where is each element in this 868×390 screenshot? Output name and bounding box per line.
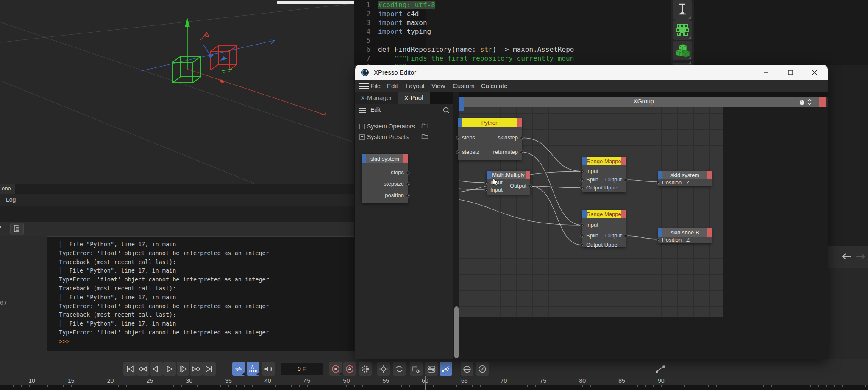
previous-frame-button[interactable] — [150, 362, 163, 376]
curve-tool-button[interactable] — [654, 362, 667, 376]
current-frame-field[interactable]: 0 F — [281, 363, 323, 375]
document-icon[interactable] — [10, 223, 24, 235]
keying-settings-button[interactable] — [359, 362, 372, 376]
port-output[interactable] — [520, 136, 524, 140]
chevron-right-icon[interactable]: > — [0, 223, 1, 231]
previous-key-button[interactable] — [136, 362, 149, 376]
next-key-button[interactable] — [190, 362, 203, 376]
horizontal-scrollbar[interactable] — [277, 1, 354, 4]
go-to-start-button[interactable] — [123, 362, 136, 376]
autokeying-button[interactable]: A — [343, 362, 356, 376]
menu-custom[interactable]: Custom — [453, 82, 475, 89]
wire[interactable] — [626, 236, 658, 239]
port-input[interactable] — [580, 223, 584, 227]
port-output[interactable] — [520, 150, 524, 154]
menu-view[interactable]: View — [431, 82, 445, 89]
menu-calculate[interactable]: Calculate — [481, 82, 508, 89]
node-titlebar[interactable]: skid shoe B — [658, 228, 712, 237]
port-output[interactable] — [624, 178, 628, 182]
port-output[interactable] — [624, 234, 628, 238]
record-objects-button[interactable] — [476, 362, 489, 376]
port-output[interactable] — [406, 182, 410, 186]
port-input[interactable] — [580, 178, 584, 182]
next-frame-button[interactable] — [177, 362, 189, 376]
xpool-edit-menu[interactable]: Edit — [370, 106, 381, 113]
port-input[interactable] — [656, 238, 660, 242]
forward-arrow-icon[interactable] — [855, 252, 866, 261]
script-editor[interactable]: 1#coding: utf-82import c4d3import maxon4… — [354, 0, 671, 65]
minimize-button[interactable] — [759, 68, 774, 77]
node-skid-system-left[interactable]: skid systemstepsstepsizeposition — [362, 154, 408, 203]
ruler-marker[interactable] — [425, 376, 426, 390]
node-titlebar[interactable]: skid system — [362, 154, 408, 163]
node-skid-system-right[interactable]: skid systemPosition . Z — [658, 171, 712, 186]
port-input[interactable] — [580, 186, 584, 190]
python-console[interactable]: │ File "Python", line 17, in mainTypeErr… — [47, 236, 354, 351]
go-to-end-button[interactable] — [203, 362, 216, 376]
ruler-marker[interactable] — [189, 376, 189, 390]
volume-cubes-icon[interactable] — [673, 41, 692, 60]
port-input[interactable] — [456, 136, 460, 140]
timeline-tick-strip[interactable] — [0, 385, 868, 390]
sound-button[interactable] — [262, 362, 275, 376]
loop-button[interactable] — [232, 362, 245, 376]
port-input[interactable] — [484, 188, 488, 192]
hamburger-menu-icon[interactable] — [359, 83, 369, 84]
key-scale-button[interactable] — [410, 362, 423, 376]
wire[interactable] — [626, 180, 658, 182]
wire[interactable] — [530, 186, 582, 245]
port-input[interactable] — [580, 243, 584, 247]
record-keyframe-button[interactable] — [329, 362, 342, 376]
key-position-button[interactable] — [377, 362, 390, 376]
log-tab-bar[interactable]: Log — [0, 194, 354, 207]
menu-edit[interactable]: Edit — [387, 82, 398, 89]
record-mouse-button[interactable] — [461, 362, 473, 376]
node-python[interactable]: Pythonstepsstepsizskidstepreturnstep — [458, 118, 522, 160]
tree-item-system-operators[interactable]: +System Operators — [355, 121, 453, 132]
scroll-updown-icon[interactable] — [807, 99, 812, 105]
port-output[interactable] — [406, 194, 410, 198]
spline-pen-icon[interactable] — [673, 0, 692, 20]
back-arrow-icon[interactable] — [841, 252, 852, 261]
hand-pan-icon[interactable] — [798, 99, 804, 105]
node-titlebar[interactable]: Range Mapper — [582, 210, 626, 218]
folder-icon[interactable] — [421, 134, 428, 139]
3d-viewport[interactable] — [0, 0, 354, 184]
port-output[interactable] — [529, 184, 532, 188]
menu-layout[interactable]: Layout — [406, 82, 425, 89]
tab-x-pool[interactable]: X-Pool — [398, 92, 430, 104]
menu-file[interactable]: File — [370, 82, 381, 89]
wire[interactable] — [522, 152, 582, 225]
node-range-mapper-2[interactable]: Range MapperInputSplinOutput UppeOutput — [582, 210, 626, 247]
port-input[interactable] — [484, 181, 488, 185]
folder-icon[interactable] — [421, 123, 428, 129]
port-input[interactable] — [580, 170, 584, 173]
port-input[interactable] — [656, 181, 660, 185]
key-pla-button[interactable] — [440, 362, 452, 376]
hamburger-menu-icon[interactable] — [359, 108, 366, 109]
tab-x-manager[interactable]: X-Manager — [355, 92, 398, 104]
window-titlebar[interactable]: XPresso Editor — [355, 65, 828, 80]
node-skid-shoe-b[interactable]: skid shoe BPosition . Z — [658, 228, 712, 243]
maximize-button[interactable] — [783, 68, 798, 77]
scrollbar-thumb[interactable] — [454, 306, 459, 358]
key-parameter-button[interactable] — [425, 362, 438, 376]
search-icon[interactable] — [442, 106, 450, 114]
tree-item-system-presets[interactable]: +System Presets — [355, 132, 453, 142]
key-rotation-button[interactable] — [393, 362, 406, 376]
node-titlebar[interactable]: Python — [458, 118, 522, 127]
xgroup-header[interactable]: XGroup — [459, 97, 828, 107]
node-range-mapper-1[interactable]: Range MapperInputSplinOutput UppeOutput — [582, 157, 626, 192]
expand-icon[interactable]: + — [359, 134, 365, 140]
node-titlebar[interactable]: skid system — [658, 171, 712, 179]
port-input[interactable] — [580, 234, 584, 238]
port-input[interactable] — [456, 150, 460, 154]
port-output[interactable] — [406, 171, 410, 175]
close-button[interactable] — [807, 68, 822, 77]
expand-icon[interactable]: + — [359, 124, 365, 129]
play-button[interactable] — [163, 362, 176, 376]
node-titlebar[interactable]: Range Mapper — [582, 157, 626, 165]
array-gizmo-icon[interactable] — [673, 20, 692, 40]
autokey-range-button[interactable]: A — [247, 362, 259, 376]
wire[interactable] — [530, 186, 582, 188]
